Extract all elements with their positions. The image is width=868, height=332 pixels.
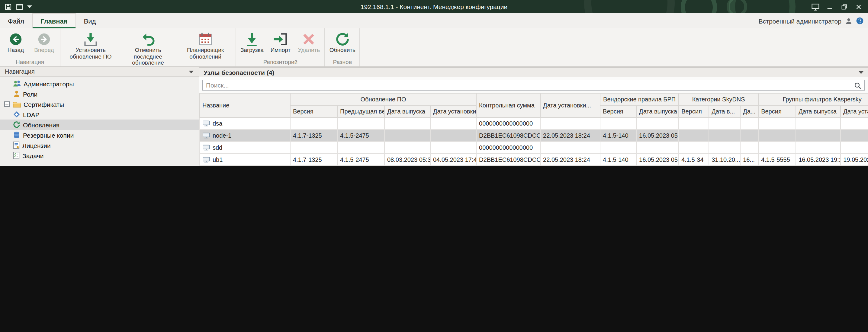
sidebar-item-backups[interactable]: Резервные копии <box>0 130 199 140</box>
restore-button[interactable] <box>838 1 850 12</box>
ribbon-button-label: Удалить <box>298 47 320 54</box>
node-cell <box>384 141 430 154</box>
ribbon-group-buttons: ЗагрузкаИмпортУдалить <box>238 30 323 59</box>
column-header[interactable]: Дата установ... <box>840 105 868 118</box>
column-header-name[interactable]: Название <box>199 93 290 118</box>
column-header[interactable]: Контрольная сумма <box>476 93 540 118</box>
column-header[interactable]: Версия <box>758 105 796 118</box>
tree-item-label: Сертификаты <box>24 100 64 108</box>
import-button[interactable]: Импорт <box>267 30 294 54</box>
ribbon-group: ОбновитьРазное <box>325 28 360 66</box>
update-scheduler-button[interactable]: Планировщик обновлений <box>177 30 234 60</box>
install-update-button[interactable]: Установить обновление ПО <box>62 30 119 60</box>
tab-home[interactable]: Главная <box>32 13 76 28</box>
ribbon-group-buttons: Установить обновление ПООтменить последн… <box>62 30 234 66</box>
sidebar-item-ldap[interactable]: LDAP <box>0 109 199 120</box>
column-header[interactable]: Дата выпуска <box>637 105 679 118</box>
download-button[interactable]: Загрузка <box>238 30 266 54</box>
ribbon-button-label: Вперед <box>34 47 54 54</box>
backups-icon <box>13 131 21 139</box>
node-cell <box>796 130 840 141</box>
sidebar-item-licenses[interactable]: Лицензии <box>0 140 199 150</box>
tab-file[interactable]: Файл <box>0 13 32 28</box>
column-header[interactable]: Версия <box>600 105 637 118</box>
security-nodes-table: НазваниеОбновление ПОКонтрольная суммаДа… <box>199 93 868 166</box>
sidebar-item-roles[interactable]: Роли <box>0 89 199 99</box>
node-cell <box>430 130 476 141</box>
certificates-icon <box>13 100 21 108</box>
column-header[interactable]: Версия <box>290 105 337 118</box>
node-cell: 4.1.5-2475 <box>337 154 384 166</box>
quick-access-caret-icon[interactable] <box>27 5 32 8</box>
sidebar-item-tasks[interactable]: Задачи <box>0 150 199 161</box>
column-header[interactable]: Дата установки <box>430 105 476 118</box>
sidebar-header[interactable]: Навигация <box>0 67 199 77</box>
help-icon[interactable] <box>856 17 864 25</box>
column-header[interactable]: Дата в... <box>709 105 740 118</box>
ribbon-group-label: Разное <box>327 59 358 66</box>
column-header[interactable]: Предыдущая ве... <box>337 105 384 118</box>
node-cell: 22.05.2023 18:24 <box>540 130 600 141</box>
undo-icon <box>140 31 156 47</box>
monitor-icon[interactable] <box>809 1 822 12</box>
node-cell: 16.05.2023 05:17 <box>637 154 679 166</box>
sidebar-item-administrators[interactable]: Администраторы <box>0 78 199 89</box>
sidebar-item-updates[interactable]: Обновления <box>0 120 199 130</box>
node-cell: 4.1.5-2475 <box>337 130 384 141</box>
minimize-button[interactable] <box>823 1 836 12</box>
nodes-panel-collapse-icon[interactable] <box>858 70 864 74</box>
column-header[interactable]: Дата установки... <box>540 93 600 118</box>
node-cell: 16... <box>740 154 758 166</box>
save-icon[interactable] <box>4 3 12 10</box>
sidebar-filler <box>0 161 199 166</box>
column-header[interactable]: Дата выпуска <box>384 105 430 118</box>
sidebar-item-certificates[interactable]: Сертификаты <box>0 99 199 109</box>
node-cell <box>840 118 868 130</box>
user-icon[interactable] <box>845 17 852 25</box>
ribbon-group: Установить обновление ПООтменить последн… <box>60 28 236 66</box>
node-cell <box>740 141 758 154</box>
node-name: dsa <box>213 120 222 127</box>
expander-icon[interactable] <box>4 101 10 107</box>
node-cell <box>679 118 709 130</box>
tab-view[interactable]: Вид <box>76 13 104 28</box>
node-name: node-1 <box>213 132 231 139</box>
search-icon[interactable] <box>854 82 861 89</box>
node-row[interactable]: ub14.1.7-13254.1.5-247508.03.2023 05:350… <box>199 154 868 166</box>
node-cell <box>709 130 740 141</box>
tree-item-label: Роли <box>23 90 37 98</box>
back-icon <box>9 32 22 45</box>
node-row[interactable]: sdd0000000000000000 <box>199 141 868 154</box>
undo-last-update-button[interactable]: Отменить последнее обновление <box>120 30 176 66</box>
node-cell <box>796 141 840 154</box>
column-group-header: Категории SkyDNS <box>679 93 758 105</box>
search-input[interactable] <box>203 80 865 91</box>
delete-icon <box>301 31 317 47</box>
window-icon[interactable] <box>16 3 24 10</box>
column-group-header: Вендорские правила БРП <box>600 93 679 105</box>
tree-item-label: Лицензии <box>22 141 51 149</box>
sidebar-collapse-caret-icon[interactable] <box>188 70 194 73</box>
column-header[interactable]: Дата выпуска <box>796 105 840 118</box>
node-cell <box>740 118 758 130</box>
node-row[interactable]: dsa0000000000000000 <box>199 118 868 130</box>
navigation-tree: АдминистраторыРолиСертификатыLDAPОбновле… <box>0 77 199 161</box>
ribbon-button-label: Обновить <box>330 47 355 54</box>
back-button[interactable]: Назад <box>2 30 30 54</box>
node-cell: 4.1.5-140 <box>600 154 637 166</box>
forward-button[interactable]: Вперед <box>30 30 58 54</box>
delete-button[interactable]: Удалить <box>295 30 323 54</box>
node-cell <box>384 118 430 130</box>
ribbon-button-label: Планировщик обновлений <box>179 47 231 60</box>
node-cell: 0000000000000000 <box>476 141 540 154</box>
column-header[interactable]: Версия <box>679 105 709 118</box>
node-row[interactable]: node-14.1.7-13254.1.5-2475D2BB1EC61098CD… <box>199 130 868 141</box>
node-cell <box>758 118 796 130</box>
refresh-button[interactable]: Обновить <box>327 30 358 54</box>
node-cell <box>337 118 384 130</box>
node-cell <box>679 130 709 141</box>
column-header[interactable]: Да... <box>740 105 758 118</box>
node-name-cell: sdd <box>199 141 290 154</box>
close-button[interactable] <box>852 1 865 12</box>
ribbon-group-label: Навигация <box>2 59 58 66</box>
